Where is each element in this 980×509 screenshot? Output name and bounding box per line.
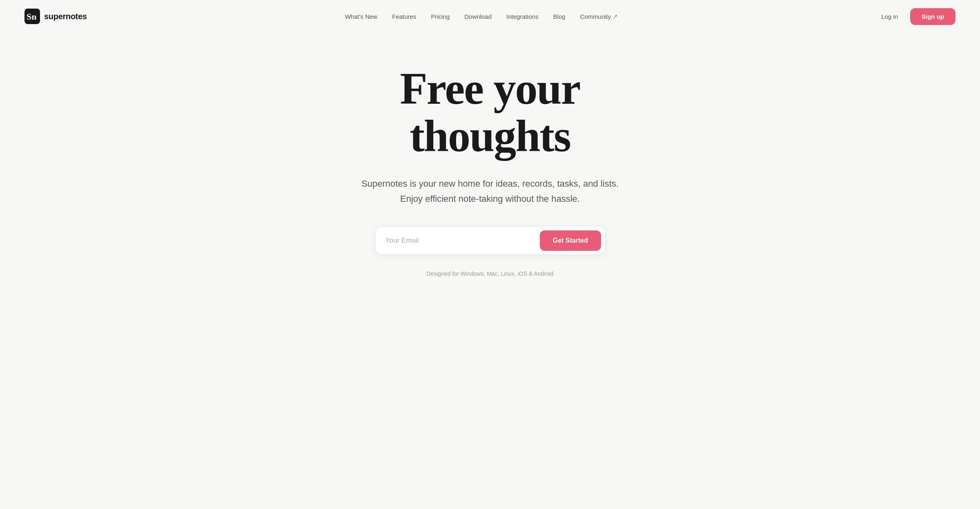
nav-item-features[interactable]: Features	[386, 10, 422, 23]
nav-item-whats-new[interactable]: What's New	[339, 10, 383, 23]
external-link-icon: ↗	[613, 13, 617, 19]
hero-subtext: Supernotes is your new home for ideas, r…	[361, 176, 619, 207]
logo-text: supernotes	[44, 12, 87, 21]
nav-actions: Log in Sign up	[875, 8, 956, 25]
nav-links: What's New Features Pricing Download Int…	[339, 10, 624, 23]
nav-item-pricing[interactable]: Pricing	[425, 10, 455, 23]
nav-item-download[interactable]: Download	[459, 10, 497, 23]
hero-cta-form: Get Started	[376, 227, 604, 254]
nav-item-blog[interactable]: Blog	[547, 10, 571, 23]
logo[interactable]: Sn supernotes	[24, 9, 87, 24]
hero-section: Free your thoughts Supernotes is your ne…	[0, 33, 980, 301]
hero-headline: Free your thoughts	[400, 65, 580, 160]
logo-icon: Sn	[24, 9, 40, 24]
signup-button[interactable]: Sign up	[910, 8, 956, 25]
svg-text:Sn: Sn	[27, 11, 36, 22]
nav-item-integrations[interactable]: Integrations	[501, 10, 544, 23]
nav-item-community[interactable]: Community ↗	[574, 10, 623, 23]
login-button[interactable]: Log in	[875, 10, 904, 23]
navbar: Sn supernotes What's New Features Pricin…	[0, 0, 980, 33]
email-input[interactable]	[385, 233, 540, 248]
get-started-button[interactable]: Get Started	[540, 230, 601, 251]
platform-text: Designed for Windows, Mac, Linux, iOS & …	[426, 270, 553, 277]
